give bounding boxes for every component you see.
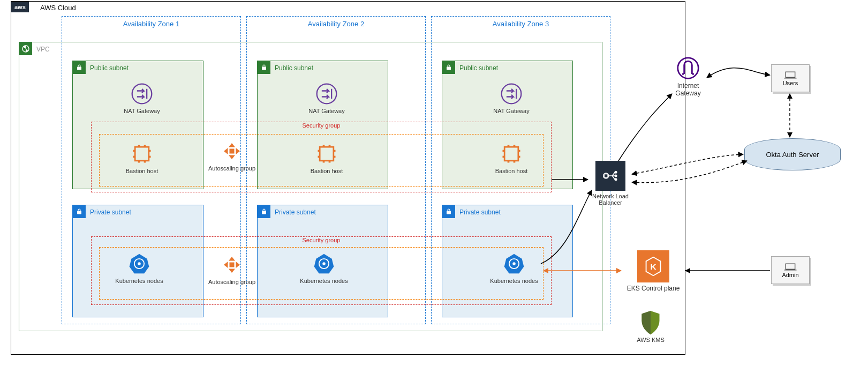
svg-rect-24 (518, 150, 520, 152)
bastion-label: Bastion host (495, 168, 528, 174)
kubernetes-icon (502, 252, 526, 275)
nat-gateway-label: NAT Gateway (493, 108, 529, 114)
svg-text:K: K (650, 262, 656, 271)
aws-cloud-label: AWS Cloud (40, 4, 76, 12)
internet-gateway-icon (676, 56, 700, 80)
kubernetes-icon (127, 252, 151, 275)
k8s-2: Kubernetes nodes (297, 252, 351, 284)
vpc-icon (19, 42, 32, 55)
svg-rect-15 (334, 150, 336, 152)
svg-point-1 (317, 84, 337, 104)
k8s-label: Kubernetes nodes (300, 278, 348, 284)
asg-bastion-icon: Autoscaling group (208, 139, 256, 172)
svg-rect-9 (144, 145, 146, 147)
bastion-host-icon (315, 142, 338, 166)
svg-rect-50 (786, 264, 795, 269)
eks-control-plane: K EKS Control plane (624, 250, 683, 292)
admin-label: Admin (782, 272, 798, 278)
svg-rect-10 (138, 161, 140, 163)
svg-rect-16 (334, 156, 336, 158)
nat-gateway-2: NAT Gateway (305, 82, 348, 114)
private-subnet-label: Private subnet (459, 208, 501, 216)
svg-rect-14 (318, 156, 320, 158)
users-box: Users (771, 64, 810, 92)
bastion-host-icon (500, 142, 523, 166)
eks-label: EKS Control plane (627, 285, 680, 292)
svg-point-44 (615, 171, 617, 174)
nlb-icon (595, 161, 625, 191)
nat-gateway-icon (500, 82, 523, 106)
az-2-label: Availability Zone 2 (247, 17, 425, 28)
okta-auth-server: Okta Auth Server (744, 138, 841, 170)
nlb-label: Network Load Balancer (589, 193, 632, 206)
aws-kms: AWS KMS (629, 311, 672, 343)
svg-rect-49 (786, 72, 795, 77)
bastion-2: Bastion host (305, 142, 348, 174)
svg-rect-22 (503, 150, 505, 152)
bastion-3: Bastion host (490, 142, 533, 174)
svg-rect-31 (230, 263, 235, 267)
svg-rect-5 (133, 156, 135, 158)
kubernetes-icon (312, 252, 336, 275)
laptop-icon (783, 70, 797, 80)
svg-point-37 (322, 262, 326, 265)
bastion-label: Bastion host (126, 168, 158, 174)
svg-rect-8 (138, 145, 140, 147)
okta-label: Okta Auth Server (766, 151, 819, 159)
svg-rect-26 (508, 145, 510, 147)
network-load-balancer: Network Load Balancer (589, 161, 632, 206)
private-subnet-label: Private subnet (90, 208, 131, 216)
nat-gateway-label: NAT Gateway (308, 108, 344, 114)
kms-label: AWS KMS (637, 337, 665, 343)
svg-rect-6 (149, 150, 151, 152)
az-1-label: Availability Zone 1 (62, 17, 240, 28)
lock-icon (73, 205, 86, 218)
az-3-label: Availability Zone 3 (432, 17, 610, 28)
svg-rect-18 (329, 145, 331, 147)
private-subnet-label: Private subnet (275, 208, 316, 216)
k8s-label: Kubernetes nodes (115, 278, 163, 284)
svg-point-34 (138, 262, 141, 265)
users-label: Users (783, 80, 798, 86)
public-subnet-label: Public subnet (90, 64, 129, 72)
bastion-host-icon (130, 142, 154, 166)
laptop-icon (783, 262, 797, 272)
svg-rect-11 (144, 161, 146, 163)
svg-rect-20 (329, 161, 331, 163)
autoscaling-icon (220, 139, 244, 163)
svg-rect-7 (149, 156, 151, 158)
public-subnet-label: Public subnet (459, 64, 498, 72)
k8s-label: Kubernetes nodes (490, 278, 538, 284)
igw-label: Internet Gateway (664, 82, 712, 97)
nat-gateway-3: NAT Gateway (490, 82, 533, 114)
lock-icon (73, 61, 86, 74)
svg-point-40 (512, 262, 516, 265)
eks-icon: K (637, 250, 669, 282)
nat-gateway-1: NAT Gateway (120, 82, 163, 114)
bastion-label: Bastion host (311, 168, 343, 174)
vpc-label: VPC (36, 46, 50, 53)
svg-rect-13 (318, 150, 320, 152)
svg-rect-3 (135, 147, 149, 161)
lock-icon (258, 61, 270, 74)
security-group-label: Security group (92, 122, 551, 129)
kms-icon (639, 311, 662, 334)
svg-rect-23 (503, 156, 505, 158)
k8s-3: Kubernetes nodes (487, 252, 541, 284)
svg-rect-21 (504, 147, 518, 161)
svg-rect-12 (320, 147, 334, 161)
nat-gateway-icon (130, 82, 154, 106)
internet-gateway: Internet Gateway (664, 56, 712, 97)
svg-rect-19 (323, 161, 325, 163)
svg-rect-29 (514, 161, 516, 163)
admin-box: Admin (771, 256, 810, 284)
k8s-1: Kubernetes nodes (112, 252, 166, 284)
aws-logo-tag: aws (11, 2, 29, 12)
svg-point-46 (615, 178, 617, 181)
autoscaling-icon (220, 253, 244, 277)
svg-point-2 (502, 84, 522, 104)
aws-logo-icon: aws (11, 2, 29, 12)
svg-rect-27 (514, 145, 516, 147)
nat-gateway-label: NAT Gateway (124, 108, 160, 114)
lock-icon (442, 61, 455, 74)
